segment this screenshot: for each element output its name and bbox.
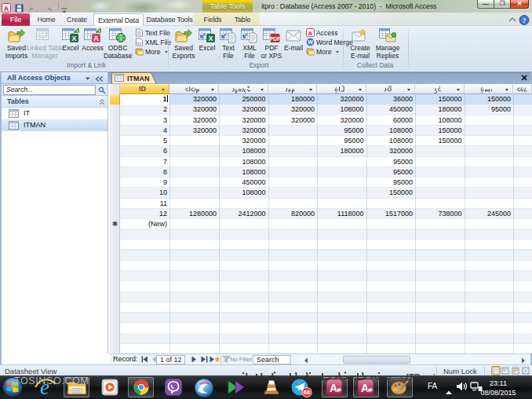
- svg-text:W: W: [308, 39, 313, 45]
- svg-text:A: A: [93, 35, 99, 42]
- svg-text:X: X: [71, 35, 76, 42]
- svg-text:A: A: [308, 30, 313, 37]
- svg-text:PDF: PDF: [270, 36, 280, 42]
- svg-text:?: ?: [523, 16, 527, 24]
- svg-text:X: X: [208, 35, 213, 42]
- svg-text:A: A: [4, 5, 9, 13]
- svg-text:<>: <>: [137, 41, 142, 46]
- svg-text:68: 68: [304, 389, 310, 396]
- svg-text:ITMAN: ITMAN: [127, 75, 150, 82]
